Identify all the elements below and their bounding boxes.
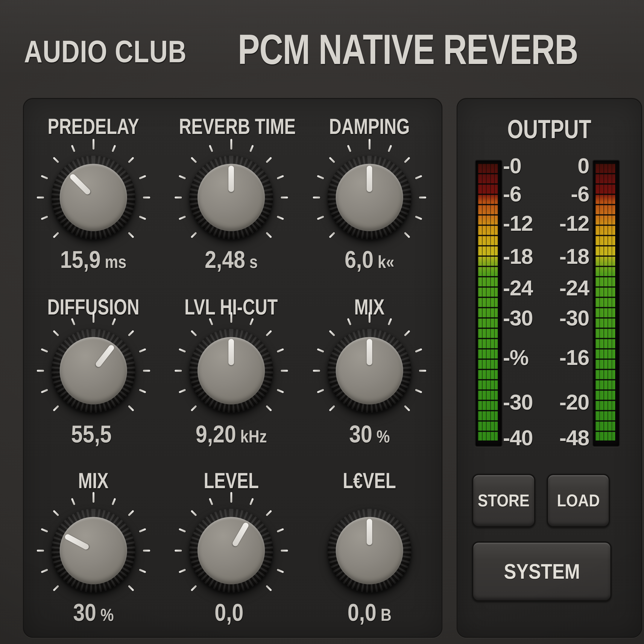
meter-scale-label: -24 [503, 277, 548, 299]
load-button-label: LOAD [557, 491, 600, 510]
knob[interactable] [314, 495, 425, 606]
knob[interactable] [314, 142, 425, 253]
knob-label: REVERB TIME [163, 113, 300, 140]
knob[interactable] [175, 315, 287, 427]
meter-scale-label: -0 [503, 155, 548, 177]
output-panel: OUTPUT -0-6-12-18-24-30-%-30-40 0-6-12-1… [457, 98, 642, 638]
brand-logo-text: AUDIO CLUB [24, 34, 187, 70]
knob[interactable] [175, 495, 287, 606]
knob-pointer-rotation [314, 142, 425, 253]
knob-pointer[interactable] [228, 166, 234, 192]
brand-logo: AUDIO CLUB [24, 34, 222, 70]
knob-value-unit: k« [378, 252, 394, 272]
store-button[interactable]: STORE [472, 474, 535, 527]
output-meter-left [475, 160, 503, 447]
meter-scale-label: -16 [549, 346, 589, 369]
knob-pointer[interactable] [367, 339, 372, 365]
knob-pointer[interactable] [95, 344, 115, 368]
knob-value-unit: % [377, 427, 390, 446]
page-title: PCM NATIVE REVERB [238, 25, 644, 74]
knob-label: DAMPING [301, 113, 438, 140]
meter-scale-label: -6 [549, 183, 589, 205]
meter-bar-right [595, 163, 615, 440]
meter-bar-left [478, 163, 498, 440]
knob-pointer-rotation [314, 495, 425, 606]
meter-scale-label: -24 [549, 277, 589, 299]
meter-scale-label: -18 [549, 245, 589, 267]
system-button-label: SYSTEM [504, 559, 580, 584]
knob-label: L€VEL [301, 467, 438, 494]
knob-pointer[interactable] [228, 339, 234, 365]
meter-scale-label: -20 [549, 391, 589, 413]
knob-value-unit: B [381, 605, 391, 624]
meter-scale-label: -30 [503, 307, 548, 329]
meter-scale-label: -12 [503, 212, 548, 234]
knob[interactable] [175, 142, 287, 253]
meter-scale-label: -48 [549, 427, 589, 449]
controls-panel: PREDELAY 15,9 ms REVERB TIME 2,48 s DAMP… [23, 98, 442, 638]
system-button[interactable]: SYSTEM [472, 541, 612, 601]
meter-scale-label: -30 [503, 391, 548, 413]
page-title-text: PCM NATIVE REVERB [238, 25, 578, 74]
knob-pointer[interactable] [232, 522, 250, 547]
knob-pointer-rotation [175, 142, 287, 253]
knob[interactable] [38, 315, 149, 427]
knob-pointer[interactable] [64, 533, 90, 550]
meter-scale-label: 0 [549, 155, 589, 177]
meter-scale-label: -30 [549, 307, 589, 329]
knob[interactable] [38, 495, 149, 606]
meter-scale-label: -12 [549, 212, 589, 234]
knob-pointer-rotation [175, 315, 287, 427]
load-button[interactable]: LOAD [547, 474, 610, 527]
meter-scale-label: -40 [503, 427, 548, 449]
knob-value-unit: s [249, 252, 258, 272]
output-meter-right [592, 160, 620, 447]
knob[interactable] [314, 315, 425, 427]
knob-pointer[interactable] [367, 166, 372, 192]
store-button-label: STORE [478, 491, 530, 510]
meter-scale-label: -% [503, 346, 548, 369]
knob-pointer-rotation [314, 315, 425, 427]
meter-scale-label: -6 [503, 183, 548, 205]
meter-scale-label: -18 [503, 245, 548, 267]
knob-value-unit: kHz [240, 427, 267, 446]
knob-pointer[interactable] [367, 519, 372, 545]
knob[interactable] [38, 142, 149, 253]
knob-pointer[interactable] [69, 173, 91, 196]
